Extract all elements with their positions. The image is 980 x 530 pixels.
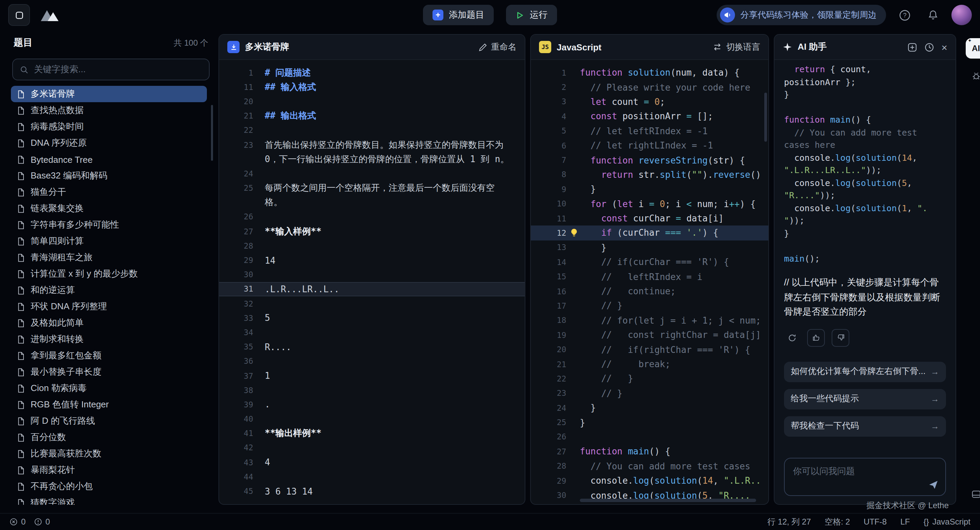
language-mode[interactable]: {} JavaScript — [924, 517, 970, 527]
md-row[interactable]: 39. — [219, 398, 525, 412]
code-line[interactable]: 11 const curChar = data[i] — [531, 211, 768, 226]
switch-language-button[interactable]: 切换语言 — [713, 41, 760, 53]
indent-setting[interactable]: 空格: 2 — [824, 516, 850, 528]
add-problem-button[interactable]: + 添加题目 — [423, 5, 494, 25]
encoding-setting[interactable]: UTF-8 — [864, 517, 887, 527]
sidebar-item[interactable]: 阿 D 的飞行路线 — [11, 413, 207, 429]
code-line[interactable]: 2 // Please write your code here — [531, 80, 768, 95]
code-line[interactable]: 26 — [531, 430, 768, 444]
thumbs-down-icon[interactable] — [832, 329, 850, 346]
sidebar-item[interactable]: 百分位数 — [11, 429, 207, 445]
md-row[interactable]: 27**输入样例** — [219, 224, 525, 238]
debug-bug-icon[interactable] — [971, 71, 980, 81]
sidebar-item[interactable]: 暴雨梨花针 — [11, 462, 207, 478]
code-line[interactable]: 5 // let leftRIndex = -1 — [531, 124, 768, 138]
code-line[interactable]: 24 } — [531, 401, 768, 415]
sidebar-item[interactable]: 和的逆运算 — [11, 282, 207, 299]
sidebar-item[interactable]: 进制求和转换 — [11, 331, 207, 347]
history-icon[interactable] — [924, 42, 934, 52]
panel-toggle-icon[interactable] — [971, 489, 980, 499]
code-line[interactable]: 21 // break; — [531, 357, 768, 372]
md-row[interactable]: 0，下一行输出保持竖立的骨牌的位置，骨牌位置从 1 到 n。 — [219, 152, 525, 166]
md-row[interactable]: 格。 — [219, 195, 525, 209]
sidebar-item[interactable]: 查找热点数据 — [11, 102, 207, 118]
code-line[interactable]: 7 function reverseString(str) { — [531, 153, 768, 168]
new-chat-icon[interactable] — [907, 42, 917, 52]
sidebar-item[interactable]: Cion 勒索病毒 — [11, 380, 207, 396]
code-line[interactable]: 6 // let rightLIndex = -1 — [531, 138, 768, 153]
code-line[interactable]: 3 let count = 0; — [531, 95, 768, 109]
sidebar-item[interactable]: 简单四则计算 — [11, 233, 207, 249]
user-avatar[interactable] — [951, 5, 972, 25]
md-row[interactable]: 2914 — [219, 253, 525, 267]
run-button[interactable]: 运行 — [506, 5, 557, 25]
problems-indicator[interactable]: 0 0 — [10, 517, 50, 527]
md-row[interactable]: 20 — [219, 94, 525, 109]
help-button[interactable]: ? — [894, 5, 915, 25]
sidebar-item[interactable]: 环状 DNA 序列整理 — [11, 299, 207, 315]
code-line[interactable]: 29 console.log(solution(14, ".L.R.. — [531, 473, 768, 488]
sidebar-scrollbar[interactable] — [211, 105, 213, 161]
md-row[interactable]: 1# 问题描述 — [219, 65, 525, 80]
md-row[interactable]: 28 — [219, 239, 525, 253]
code-line[interactable]: 4 const positionArr = []; — [531, 109, 768, 124]
close-icon[interactable]: × — [941, 42, 947, 52]
sidebar-item[interactable]: DNA 序列还原 — [11, 135, 207, 151]
ai-suggestion-button[interactable]: 帮我检查一下代码→ — [784, 416, 946, 436]
code-line[interactable]: 18 // for(let j = i + 1; j < num; — [531, 313, 768, 328]
code-horizontal-scrollbar[interactable] — [580, 499, 756, 502]
description-editor[interactable]: 1# 问题描述11## 输入格式2021## 输出格式2223首先输出保持竖立的… — [219, 60, 525, 504]
code-line[interactable]: 17 // } — [531, 299, 768, 313]
cursor-position[interactable]: 行 12, 列 27 — [767, 516, 811, 528]
md-row[interactable]: 335 — [219, 311, 525, 325]
code-line[interactable]: 27function main() { — [531, 444, 768, 459]
sidebar-item[interactable]: 及格如此简单 — [11, 315, 207, 331]
sidebar-item[interactable]: 拿到最多红包金额 — [11, 347, 207, 364]
eol-setting[interactable]: LF — [900, 517, 910, 527]
regenerate-icon[interactable] — [784, 329, 800, 346]
md-row[interactable]: 23首先输出保持竖立的骨牌数目。如果保持竖立的骨牌数目不为 — [219, 137, 525, 152]
code-line[interactable]: 14 // if(curChar === 'R') { — [531, 255, 768, 270]
sidebar-item[interactable]: 比赛最高获胜次数 — [11, 445, 207, 462]
md-row[interactable]: 32 — [219, 296, 525, 311]
code-line[interactable]: 1function solution(num, data) { — [531, 65, 768, 80]
md-row[interactable]: 26 — [219, 210, 525, 224]
sidebar-item[interactable]: 不再贪心的小包 — [11, 478, 207, 495]
notifications-bell-icon[interactable] — [923, 5, 943, 25]
md-row[interactable]: 42 — [219, 441, 525, 455]
code-line[interactable]: 28 // You can add more test cases — [531, 459, 768, 473]
code-editor[interactable]: 1function solution(num, data) {2 // Plea… — [531, 60, 768, 504]
code-line[interactable]: 12 if (curChar === '.') { — [531, 226, 768, 241]
code-line[interactable]: 22 // } — [531, 371, 768, 386]
sidebar-item[interactable]: 猫鱼分干 — [11, 184, 207, 200]
ai-suggestion-button[interactable]: 如何优化计算每个骨牌左右倒下骨...→ — [784, 361, 946, 382]
ai-assistant-toggle[interactable]: ✦ AI — [966, 38, 980, 59]
code-line[interactable]: 20 // if(rightChar === 'R') { — [531, 342, 768, 357]
ai-chat-input[interactable]: 你可以问我问题 — [784, 458, 946, 496]
code-line[interactable]: 19 // const rightChar = data[j] — [531, 328, 768, 342]
md-row[interactable]: 41**输出样例** — [219, 426, 525, 441]
md-row[interactable]: 35R.... — [219, 340, 525, 354]
share-banner[interactable]: 分享代码练习体验，领限量定制周边 — [717, 5, 886, 25]
md-row[interactable]: 22 — [219, 123, 525, 137]
sidebar-item[interactable]: 最小替换子串长度 — [11, 364, 207, 380]
sidebar-item[interactable]: 链表聚集交换 — [11, 200, 207, 217]
rename-button[interactable]: 重命名 — [478, 41, 517, 53]
sidebar-item[interactable]: 字符串有多少种可能性 — [11, 217, 207, 233]
code-line[interactable]: 23 // } — [531, 386, 768, 401]
md-row[interactable]: 44 — [219, 470, 525, 484]
md-row[interactable]: 40 — [219, 412, 525, 426]
code-line[interactable]: 16 // continue; — [531, 284, 768, 299]
code-line[interactable]: 10 for (let i = 0; i < num; i++) { — [531, 196, 768, 211]
sidebar-item[interactable]: 计算位置 x 到 y 的最少步数 — [11, 266, 207, 282]
code-line[interactable]: 15 // leftRIndex = i — [531, 270, 768, 284]
search-input[interactable]: 关键字搜索... — [12, 59, 210, 80]
md-row[interactable]: 31.L.R...LR..L.. — [219, 282, 525, 296]
code-line[interactable]: 8 return str.split("").reverse() — [531, 167, 768, 182]
sidebar-item[interactable]: Bytedance Tree — [11, 151, 207, 168]
code-line[interactable]: 9 } — [531, 182, 768, 196]
md-row[interactable]: 36 — [219, 354, 525, 369]
sidebar-item[interactable]: 病毒感染时间 — [11, 118, 207, 135]
send-icon[interactable] — [928, 480, 939, 490]
lightbulb-icon[interactable] — [570, 228, 579, 238]
